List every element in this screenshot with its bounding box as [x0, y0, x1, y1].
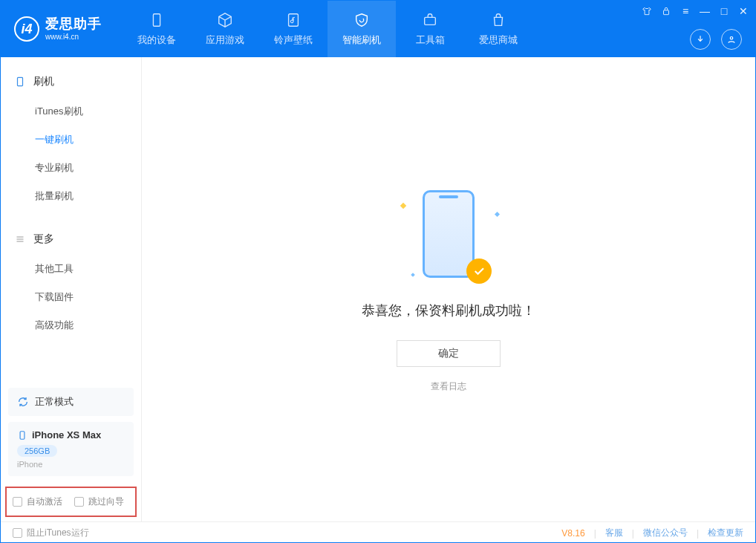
wechat-link[interactable]: 微信公众号: [643, 527, 688, 539]
success-illustration: [359, 186, 538, 282]
nav-ringtone-wallpaper[interactable]: 铃声壁纸: [259, 1, 328, 57]
svg-rect-3: [664, 10, 669, 15]
flash-options-row: 自动激活 跳过向导: [5, 487, 137, 517]
music-file-icon: [284, 11, 302, 29]
nav-label: 铃声壁纸: [274, 33, 313, 47]
nav-my-device[interactable]: 我的设备: [123, 1, 191, 57]
nav-label: 工具箱: [416, 33, 445, 47]
list-icon: [14, 233, 26, 245]
section-title: 刷机: [33, 75, 54, 88]
toolbox-icon: [421, 11, 439, 29]
check-badge-icon: [466, 259, 492, 284]
logo-icon: i4: [14, 16, 39, 42]
status-bar: 阻止iTunes运行 V8.16 | 客服 | 微信公众号 | 检查更新: [1, 521, 755, 543]
support-link[interactable]: 客服: [605, 527, 623, 539]
main-content: 恭喜您，保资料刷机成功啦！ 确定 查看日志: [142, 57, 755, 521]
checkbox-icon: [13, 497, 22, 507]
sparkle-icon: [400, 203, 406, 209]
svg-rect-6: [20, 431, 25, 439]
sync-icon: [17, 396, 29, 408]
sidebar-item-download-firmware[interactable]: 下载固件: [1, 283, 141, 311]
cube-icon: [216, 11, 234, 29]
window-controls: ≡ — □ ✕: [641, 5, 749, 17]
title-bar: i4 爱思助手 www.i4.cn 我的设备 应用游戏 铃声壁纸 智能刷机 工具…: [1, 1, 755, 57]
auto-activate-checkbox[interactable]: 自动激活: [13, 495, 62, 508]
lock-icon[interactable]: [660, 5, 672, 17]
sparkle-icon: [411, 273, 415, 277]
view-log-link[interactable]: 查看日志: [431, 380, 466, 393]
nav-label: 应用游戏: [206, 33, 244, 47]
user-button[interactable]: [721, 29, 742, 50]
nav-label: 爱思商城: [479, 33, 518, 47]
success-title: 恭喜您，保资料刷机成功啦！: [362, 302, 535, 319]
menu-icon[interactable]: ≡: [680, 5, 691, 17]
maximize-icon[interactable]: □: [718, 5, 730, 17]
capacity-badge: 256GB: [17, 445, 57, 457]
check-update-link[interactable]: 检查更新: [708, 527, 743, 539]
version-label: V8.16: [561, 528, 584, 539]
device-info-block[interactable]: iPhone XS Max 256GB iPhone: [8, 422, 134, 476]
nav-apps-games[interactable]: 应用游戏: [191, 1, 259, 57]
phone-icon: [148, 11, 166, 29]
section-title: 更多: [33, 233, 54, 246]
skip-guide-checkbox[interactable]: 跳过向导: [74, 495, 124, 508]
device-icon: [14, 76, 26, 88]
checkbox-icon: [13, 528, 22, 538]
sidebar: 刷机 iTunes刷机 一键刷机 专业刷机 批量刷机 更多 其他工具 下载固件 …: [1, 57, 142, 521]
checkbox-icon: [74, 497, 84, 507]
nav-toolbox[interactable]: 工具箱: [396, 1, 464, 57]
sidebar-item-pro-flash[interactable]: 专业刷机: [1, 154, 141, 182]
ok-button[interactable]: 确定: [397, 340, 501, 367]
block-itunes-checkbox[interactable]: 阻止iTunes运行: [13, 527, 89, 539]
option-label: 阻止iTunes运行: [27, 527, 89, 539]
app-subtitle: www.i4.cn: [45, 33, 102, 42]
sparkle-icon: [495, 212, 500, 217]
sidebar-item-itunes-flash[interactable]: iTunes刷机: [1, 97, 141, 126]
option-label: 自动激活: [27, 495, 62, 508]
sidebar-header-flash: 刷机: [1, 71, 141, 93]
app-title: 爱思助手: [45, 16, 102, 33]
main-nav: 我的设备 应用游戏 铃声壁纸 智能刷机 工具箱 爱思商城: [123, 1, 532, 57]
nav-smart-flash[interactable]: 智能刷机: [328, 1, 396, 57]
sidebar-item-batch-flash[interactable]: 批量刷机: [1, 182, 141, 210]
nav-store[interactable]: 爱思商城: [464, 1, 532, 57]
phone-illustration-icon: [423, 190, 475, 278]
bag-icon: [489, 11, 507, 29]
sidebar-header-more: 更多: [1, 228, 141, 250]
svg-point-4: [730, 37, 733, 40]
mode-label: 正常模式: [35, 395, 74, 409]
device-mode-block[interactable]: 正常模式: [8, 388, 134, 416]
sidebar-item-advanced[interactable]: 高级功能: [1, 311, 141, 339]
svg-rect-2: [425, 17, 436, 25]
option-label: 跳过向导: [88, 495, 124, 508]
sidebar-item-onekey-flash[interactable]: 一键刷机: [1, 126, 141, 154]
header-actions: [690, 29, 742, 50]
nav-label: 智能刷机: [342, 33, 381, 47]
device-name: iPhone XS Max: [32, 429, 101, 440]
shield-refresh-icon: [353, 11, 371, 29]
phone-icon: [17, 430, 27, 440]
nav-label: 我的设备: [137, 33, 176, 47]
tshirt-icon[interactable]: [641, 5, 653, 17]
minimize-icon[interactable]: —: [699, 5, 711, 17]
download-button[interactable]: [690, 29, 711, 50]
device-type: iPhone: [17, 460, 125, 469]
svg-rect-0: [153, 14, 160, 27]
app-logo: i4 爱思助手 www.i4.cn: [1, 1, 115, 57]
close-icon[interactable]: ✕: [737, 5, 749, 17]
sidebar-item-other-tools[interactable]: 其他工具: [1, 255, 141, 283]
svg-rect-5: [18, 77, 23, 85]
